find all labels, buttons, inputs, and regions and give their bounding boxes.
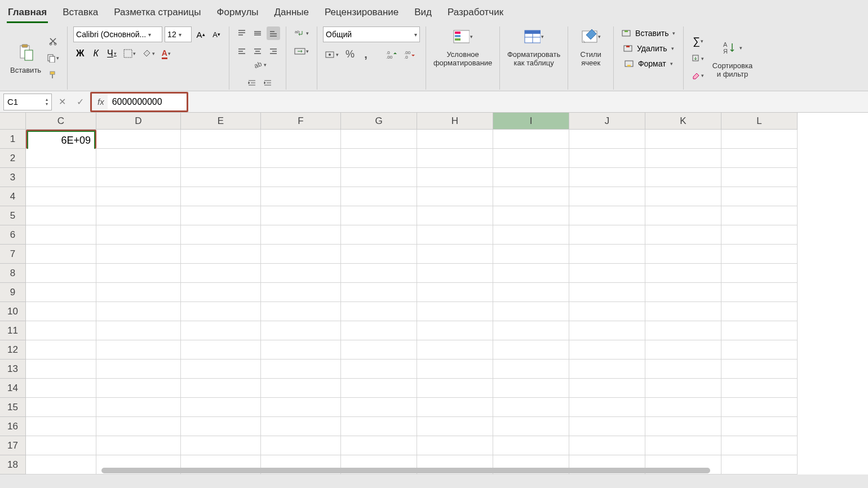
cell-F1[interactable] [261,130,341,149]
cell-I2[interactable] [493,149,569,168]
cell-K4[interactable] [645,187,721,206]
row-header-15[interactable]: 15 [0,398,26,417]
font-size-combo[interactable]: 12▾ [165,26,192,42]
cell-E16[interactable] [181,417,261,436]
col-header-L[interactable]: L [721,113,798,130]
align-bottom-icon[interactable] [267,26,280,40]
row-header-14[interactable]: 14 [0,379,26,398]
cell-I15[interactable] [493,398,569,417]
align-left-icon[interactable] [235,45,249,58]
cell-E13[interactable] [181,360,261,379]
cell-F2[interactable] [261,149,341,168]
conditional-format-icon[interactable]: ▾ [453,26,473,47]
cell-K17[interactable] [645,436,721,455]
horizontal-scrollbar[interactable] [101,468,710,473]
align-center-icon[interactable] [251,45,264,58]
cell-C2[interactable] [26,149,96,168]
cell-H4[interactable] [417,187,493,206]
cell-C17[interactable] [26,436,96,455]
cell-J4[interactable] [569,187,645,206]
cell-H8[interactable] [417,264,493,283]
cell-D12[interactable] [96,340,181,360]
cell-J1[interactable] [569,130,645,149]
comma-icon[interactable]: , [359,47,373,62]
decrease-decimal-icon[interactable]: .00.0 [402,48,418,61]
cell-J7[interactable] [569,245,645,264]
cell-D10[interactable] [96,302,181,321]
cell-G1[interactable] [341,130,417,149]
cell-E1[interactable] [181,130,261,149]
cell-K15[interactable] [645,398,721,417]
cell-I17[interactable] [493,436,569,455]
fx-icon[interactable]: fx [94,97,108,107]
col-header-I[interactable]: I [493,113,569,130]
cell-K8[interactable] [645,264,721,283]
cell-C15[interactable] [26,398,96,417]
cell-D16[interactable] [96,417,181,436]
cell-C9[interactable] [26,283,96,302]
cell-C10[interactable] [26,302,96,321]
cell-L2[interactable] [721,149,798,168]
cell-J17[interactable] [569,436,645,455]
copy-icon[interactable]: ▾ [45,51,61,65]
cell-F9[interactable] [261,283,341,302]
cell-J5[interactable] [569,206,645,225]
decrease-indent-icon[interactable] [245,76,259,90]
cell-L15[interactable] [721,398,798,417]
cell-F15[interactable] [261,398,341,417]
cell-F5[interactable] [261,206,341,225]
select-all-corner[interactable] [0,113,26,130]
cell-K9[interactable] [645,283,721,302]
format-cells-button[interactable]: Формат▾ [622,57,675,70]
sort-filter-icon[interactable]: АЯ▾ [722,38,742,58]
cell-G10[interactable] [341,302,417,321]
cell-D7[interactable] [96,245,181,264]
cell-H17[interactable] [417,436,493,455]
cell-H14[interactable] [417,379,493,398]
cell-F14[interactable] [261,379,341,398]
cell-H1[interactable] [417,130,493,149]
cell-E9[interactable] [181,283,261,302]
cell-K16[interactable] [645,417,721,436]
cell-G13[interactable] [341,360,417,379]
cell-D8[interactable] [96,264,181,283]
cell-E2[interactable] [181,149,261,168]
cell-K3[interactable] [645,168,721,187]
cell-F3[interactable] [261,168,341,187]
cell-C16[interactable] [26,417,96,436]
cancel-formula-icon[interactable]: ✕ [54,94,70,110]
cell-I9[interactable] [493,283,569,302]
cell-L14[interactable] [721,379,798,398]
row-header-16[interactable]: 16 [0,417,26,436]
cell-H3[interactable] [417,168,493,187]
cell-I14[interactable] [493,379,569,398]
cell-J16[interactable] [569,417,645,436]
cell-L1[interactable] [721,130,798,149]
cell-C13[interactable] [26,360,96,379]
cell-K13[interactable] [645,360,721,379]
increase-font-icon[interactable]: A▴ [194,28,207,41]
cell-L4[interactable] [721,187,798,206]
cell-C1[interactable]: 6E+09 [28,131,95,150]
cell-K14[interactable] [645,379,721,398]
cell-F10[interactable] [261,302,341,321]
col-header-F[interactable]: F [261,113,341,130]
cell-J10[interactable] [569,302,645,321]
row-header-3[interactable]: 3 [0,168,26,187]
cell-J15[interactable] [569,398,645,417]
cell-G8[interactable] [341,264,417,283]
cell-I4[interactable] [493,187,569,206]
cell-F13[interactable] [261,360,341,379]
cell-I16[interactable] [493,417,569,436]
cell-C5[interactable] [26,206,96,225]
row-header-8[interactable]: 8 [0,264,26,283]
cell-D4[interactable] [96,187,181,206]
cell-E12[interactable] [181,340,261,360]
row-header-11[interactable]: 11 [0,321,26,340]
cell-H9[interactable] [417,283,493,302]
merge-cells-icon[interactable]: ▾ [292,45,311,58]
cell-D14[interactable] [96,379,181,398]
cell-K12[interactable] [645,340,721,360]
cell-K6[interactable] [645,225,721,245]
cell-E7[interactable] [181,245,261,264]
